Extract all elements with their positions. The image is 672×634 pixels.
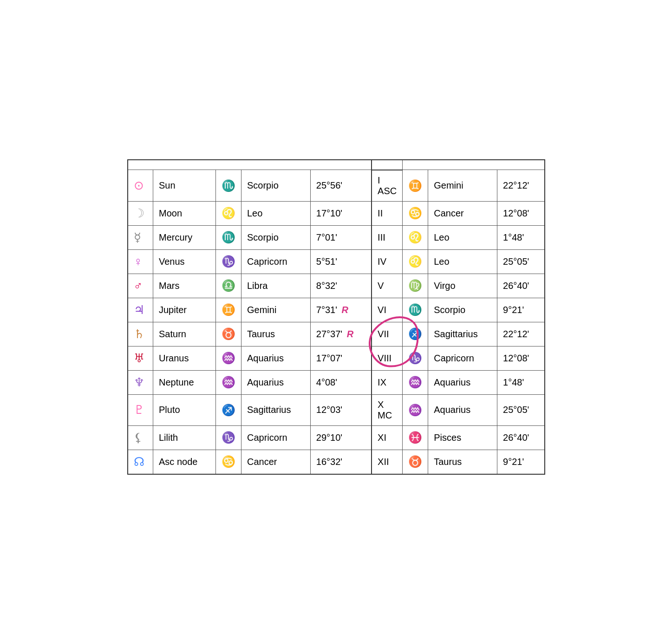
house-number: III — [372, 225, 403, 249]
planet-name: Asc node — [153, 450, 216, 474]
sign-symbol: ♑ — [216, 249, 241, 274]
house-degree: 22°12' — [497, 170, 545, 202]
house-degree: 25°05' — [497, 249, 545, 274]
sign-name: Scorpio — [241, 225, 311, 249]
house-number: VIII — [372, 346, 403, 370]
planet-symbol: ♇ — [128, 394, 153, 425]
house-sign-name: Pisces — [428, 425, 497, 450]
planet-degree: 5°51' — [310, 249, 372, 274]
house-degree: 9°21' — [497, 450, 545, 474]
house-sign-name: Leo — [428, 249, 497, 274]
sign-name: Libra — [241, 274, 311, 298]
planet-name: Pluto — [153, 394, 216, 425]
house-sign-name: Aquarius — [428, 394, 497, 425]
house-sign-name: Leo — [428, 225, 497, 249]
house-sign-name: Taurus — [428, 450, 497, 474]
planet-symbol: ♄ — [128, 322, 153, 346]
house-sign-name: Capricorn — [428, 346, 497, 370]
planet-degree: 7°01' — [310, 225, 372, 249]
house-sign-symbol: ♏ — [403, 298, 428, 322]
house-degree: 26°40' — [497, 274, 545, 298]
planet-degree: 16°32' — [310, 450, 372, 474]
house-degree: 1°48' — [497, 225, 545, 249]
planet-name: Mars — [153, 274, 216, 298]
house-sign-name: Sagittarius — [428, 322, 497, 346]
house-number: I ASC — [372, 170, 403, 202]
planet-degree: 27°37' R — [310, 322, 372, 346]
sign-name: Capricorn — [241, 425, 311, 450]
house-sign-symbol: ♐ — [403, 322, 428, 346]
sign-symbol: ♑ — [216, 425, 241, 450]
house-sign-symbol: ♌ — [403, 249, 428, 274]
sign-symbol: ♐ — [216, 394, 241, 425]
planet-name: Neptune — [153, 370, 216, 394]
planet-symbol: ☽ — [128, 201, 153, 225]
planet-name: Uranus — [153, 346, 216, 370]
planet-degree: 8°32' — [310, 274, 372, 298]
house-sign-symbol: ♒ — [403, 394, 428, 425]
house-sign-symbol: ♑ — [403, 346, 428, 370]
sign-symbol: ♎ — [216, 274, 241, 298]
house-degree: 25°05' — [497, 394, 545, 425]
planet-symbol: ☿ — [128, 225, 153, 249]
sign-symbol: ♊ — [216, 298, 241, 322]
planet-name: Sun — [153, 170, 216, 202]
planet-degree: 17°07' — [310, 346, 372, 370]
house-sign-symbol: ♒ — [403, 370, 428, 394]
sign-name: Gemini — [241, 298, 311, 322]
right-header — [403, 160, 545, 170]
house-number: VI — [372, 298, 403, 322]
sign-name: Aquarius — [241, 346, 311, 370]
planet-degree: 4°08' — [310, 370, 372, 394]
planet-name: Moon — [153, 201, 216, 225]
house-sign-symbol: ♋ — [403, 201, 428, 225]
sign-symbol: ♒ — [216, 346, 241, 370]
planet-name: Mercury — [153, 225, 216, 249]
sign-name: Aquarius — [241, 370, 311, 394]
house-degree: 1°48' — [497, 370, 545, 394]
planet-degree: 25°56' — [310, 170, 372, 202]
house-number: V — [372, 274, 403, 298]
house-sign-symbol: ♌ — [403, 225, 428, 249]
sign-name: Cancer — [241, 450, 311, 474]
house-sign-symbol: ♊ — [403, 170, 428, 202]
planet-name: Venus — [153, 249, 216, 274]
sign-symbol: ♋ — [216, 450, 241, 474]
house-number: II — [372, 201, 403, 225]
house-degree: 12°08' — [497, 201, 545, 225]
house-sign-name: Virgo — [428, 274, 497, 298]
house-sign-name: Cancer — [428, 201, 497, 225]
house-sign-symbol: ♍ — [403, 274, 428, 298]
sign-symbol: ♉ — [216, 322, 241, 346]
sign-name: Capricorn — [241, 249, 311, 274]
planet-symbol: ☊ — [128, 450, 153, 474]
house-number: XII — [372, 450, 403, 474]
planet-symbol: ⊙ — [128, 170, 153, 202]
house-number: XI — [372, 425, 403, 450]
planet-degree: 29°10' — [310, 425, 372, 450]
planet-symbol: ♆ — [128, 370, 153, 394]
planet-name: Jupiter — [153, 298, 216, 322]
retrograde-r: R — [339, 305, 348, 315]
house-degree: 26°40' — [497, 425, 545, 450]
house-degree: 9°21' — [497, 298, 545, 322]
planet-symbol: ♂ — [128, 274, 153, 298]
sign-name: Sagittarius — [241, 394, 311, 425]
planet-degree: 7°31' R — [310, 298, 372, 322]
sign-name: Leo — [241, 201, 311, 225]
house-sign-name: Gemini — [428, 170, 497, 202]
planet-degree: 12°03' — [310, 394, 372, 425]
sign-symbol: ♏ — [216, 225, 241, 249]
planet-symbol: ♃ — [128, 298, 153, 322]
sign-symbol: ♏ — [216, 170, 241, 202]
house-number: X MC — [372, 394, 403, 425]
planet-name: Saturn — [153, 322, 216, 346]
sign-symbol: ♌ — [216, 201, 241, 225]
house-number: IV — [372, 249, 403, 274]
house-number: VII — [372, 322, 403, 346]
sign-symbol: ♒ — [216, 370, 241, 394]
planet-symbol: ♀ — [128, 249, 153, 274]
house-degree: 22°12' — [497, 322, 545, 346]
sign-name: Taurus — [241, 322, 311, 346]
house-sign-name: Aquarius — [428, 370, 497, 394]
